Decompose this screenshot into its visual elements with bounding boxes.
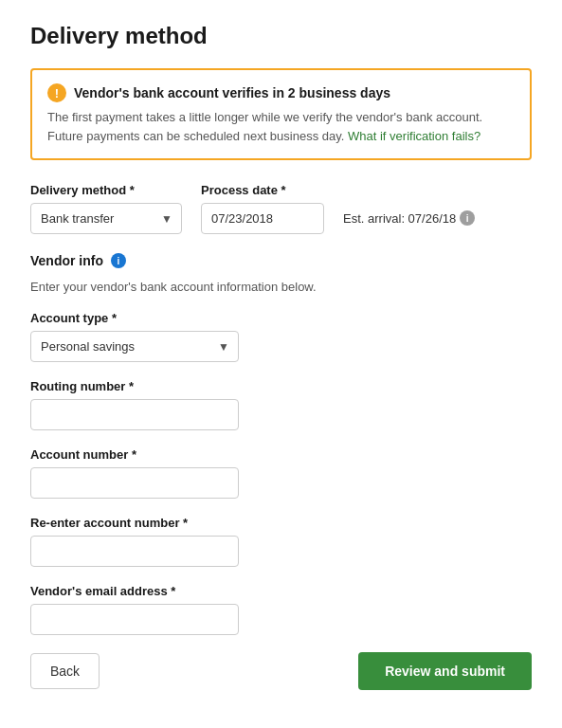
alert-title: Vendor's bank account verifies in 2 busi… [74,85,390,100]
alert-box: ! Vendor's bank account verifies in 2 bu… [30,68,532,160]
alert-header: ! Vendor's bank account verifies in 2 bu… [47,83,515,102]
routing-number-group: Routing number * [30,379,532,430]
account-number-label: Account number * [30,447,532,462]
account-type-label: Account type * [30,311,532,325]
account-type-select-wrapper[interactable]: Personal savings Personal checking Busin… [30,331,239,362]
vendor-info-icon[interactable]: i [111,253,126,268]
vendor-info-description: Enter your vendor's bank account informa… [30,280,532,294]
routing-number-label: Routing number * [30,379,532,393]
vendor-info-title: Vendor info [30,253,103,268]
est-arrival-text: Est. arrival: 07/26/18 [343,211,456,226]
alert-body: The first payment takes a little longer … [47,108,515,145]
process-date-input[interactable] [201,203,324,234]
vendor-info-header: Vendor info i [30,253,532,268]
process-date-label: Process date * [201,183,324,197]
est-arrival-info-icon[interactable]: i [460,210,475,226]
reenter-account-number-input[interactable] [30,536,239,567]
process-date-group: Process date * [201,183,324,234]
back-button[interactable]: Back [30,653,100,689]
warning-icon: ! [47,83,66,102]
delivery-process-row: Delivery method * Bank transfer Check Wi… [30,183,532,234]
est-arrival-container: Est. arrival: 07/26/18 i [343,210,475,234]
verification-fails-link[interactable]: What if verification fails? [348,129,480,143]
routing-number-input[interactable] [30,399,239,430]
vendor-email-group: Vendor's email address * [30,584,532,635]
account-number-input[interactable] [30,467,239,499]
delivery-method-select[interactable]: Bank transfer Check Wire transfer [30,203,182,234]
delivery-method-group: Delivery method * Bank transfer Check Wi… [30,183,182,234]
delivery-method-select-wrapper[interactable]: Bank transfer Check Wire transfer ▼ [30,203,182,234]
reenter-account-number-group: Re-enter account number * [30,516,532,567]
account-type-group: Account type * Personal savings Personal… [30,311,532,362]
delivery-method-label: Delivery method * [30,183,182,197]
account-type-select[interactable]: Personal savings Personal checking Busin… [30,331,239,362]
account-number-group: Account number * [30,447,532,499]
vendor-email-input[interactable] [30,604,239,635]
review-submit-button[interactable]: Review and submit [358,652,532,690]
button-row: Back Review and submit [30,652,532,690]
vendor-email-label: Vendor's email address * [30,584,532,598]
page-title: Delivery method [30,23,532,49]
reenter-account-number-label: Re-enter account number * [30,516,532,530]
